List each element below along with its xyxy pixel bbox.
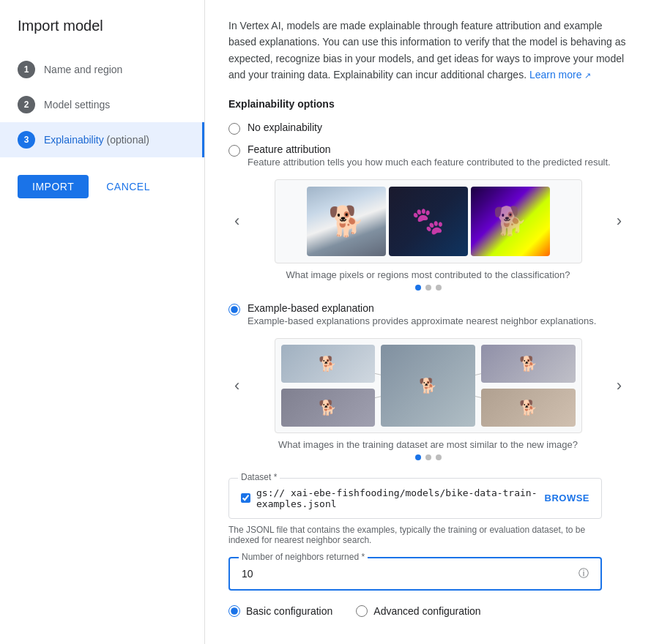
carousel-2-container: 🐕 🐕 🐕 🐕 🐕 (275, 338, 582, 433)
carousel-2-prev-button[interactable]: ‹ (228, 370, 245, 401)
neighbors-field-label: Number of neighbors returned * (239, 552, 368, 562)
basic-config-radio[interactable] (228, 605, 240, 617)
step-num-2: 2 (18, 96, 35, 113)
carousel-2-next-button[interactable]: › (611, 370, 628, 401)
carousel-2-caption: What images in the training dataset are … (228, 439, 628, 450)
example-based-option[interactable]: Example-based explanation Example-based … (228, 302, 628, 326)
feature-attribution-radio[interactable] (228, 145, 240, 157)
carousel-2-dot-1 (415, 454, 421, 460)
sidebar-step-label-1: Name and region (44, 64, 122, 75)
optional-label: (optional) (107, 134, 149, 146)
browse-button[interactable]: BROWSE (545, 493, 590, 503)
example-thumb-2: 🐕 (381, 345, 475, 427)
feature-attribution-label: Feature attribution (248, 143, 611, 155)
learn-more-link[interactable]: Learn more (529, 69, 591, 80)
dog-image-1 (307, 187, 386, 256)
dataset-field-value: gs:// xai-ebe-fishfooding/models/bike-da… (256, 487, 545, 509)
carousel-1-next-button[interactable]: › (611, 206, 628, 236)
carousel-1-dot-2 (425, 285, 431, 291)
example-thumb-3: 🐕 (481, 345, 576, 383)
description-text: In Vertex AI, models are made explainabl… (228, 18, 628, 83)
example-based-desc: Example-based explanations provides appr… (248, 315, 596, 326)
neighbors-field-wrapper: Number of neighbors returned * ⓘ (228, 557, 602, 591)
step-num-3: 3 (18, 131, 35, 149)
dog-image-2 (389, 187, 468, 256)
sidebar: Import model 1 Name and region 2 Model s… (0, 0, 205, 644)
dataset-checkbox[interactable] (241, 493, 250, 503)
no-explainability-radio[interactable] (228, 123, 240, 135)
neighbors-field-container: Number of neighbors returned * ⓘ (228, 557, 602, 591)
cancel-button[interactable]: CANCEL (97, 175, 159, 198)
advanced-config-label: Advanced configuration (373, 605, 480, 617)
example-thumb-1: 🐕 (281, 345, 376, 383)
help-icon[interactable]: ⓘ (579, 567, 589, 580)
feature-attribution-desc: Feature attribution tells you how much e… (248, 157, 611, 168)
no-explainability-option[interactable]: No explainability (228, 121, 628, 135)
dataset-field-container: Dataset * gs:// xai-ebe-fishfooding/mode… (228, 478, 602, 519)
feature-attribution-option[interactable]: Feature attribution Feature attribution … (228, 143, 628, 168)
carousel-2: ‹ 🐕 🐕 🐕 🐕 🐕 › (228, 338, 628, 433)
dog-image-3 (471, 187, 550, 256)
sidebar-step-1[interactable]: 1 Name and region (0, 52, 204, 87)
example-thumb-5: 🐕 (481, 389, 576, 427)
basic-config-option[interactable]: Basic configuration (228, 605, 332, 617)
carousel-1-dots (228, 285, 628, 291)
advanced-config-radio[interactable] (356, 605, 368, 617)
basic-config-label: Basic configuration (246, 605, 332, 617)
carousel-1-prev-button[interactable]: ‹ (228, 206, 245, 236)
config-section: Basic configuration Advanced configurati… (228, 605, 628, 617)
carousel-2-dot-2 (425, 454, 431, 460)
action-buttons: IMPORT CANCEL (0, 157, 204, 198)
carousel-2-dot-3 (436, 454, 442, 460)
carousel-1-caption: What image pixels or regions most contri… (228, 269, 628, 280)
example-based-radio[interactable] (228, 304, 240, 315)
example-based-label: Example-based explanation (248, 302, 596, 314)
no-explainability-label: No explainability (248, 121, 322, 133)
carousel-1-dot-1 (415, 285, 421, 291)
carousel-1-dot-3 (436, 285, 442, 291)
main-content: In Vertex AI, models are made explainabl… (205, 0, 651, 644)
advanced-config-option[interactable]: Advanced configuration (356, 605, 480, 617)
explainability-options-title: Explainability options (228, 98, 628, 110)
dataset-section: Dataset * gs:// xai-ebe-fishfooding/mode… (228, 478, 628, 545)
example-thumb-4: 🐕 (281, 389, 376, 427)
dataset-field-helper: The JSONL file that contains the example… (228, 525, 602, 545)
carousel-2-wrapper: ‹ 🐕 🐕 🐕 🐕 🐕 › What images in the tra (228, 338, 628, 460)
step-num-1: 1 (18, 61, 35, 78)
sidebar-step-label-3: Explainability (optional) (44, 134, 149, 146)
sidebar-step-2[interactable]: 2 Model settings (0, 87, 204, 122)
import-button[interactable]: IMPORT (18, 175, 89, 198)
carousel-1-container (275, 179, 582, 263)
sidebar-step-3[interactable]: 3 Explainability (optional) (0, 122, 204, 157)
sidebar-title: Import model (0, 18, 204, 52)
carousel-1: ‹ › (228, 179, 628, 263)
neighbors-field-input[interactable] (242, 568, 579, 580)
dataset-field-label: Dataset * (238, 472, 280, 482)
carousel-2-dots (228, 454, 628, 460)
sidebar-step-label-2: Model settings (44, 99, 110, 111)
carousel-1-wrapper: ‹ › What image pixels or regions most co… (228, 179, 628, 291)
